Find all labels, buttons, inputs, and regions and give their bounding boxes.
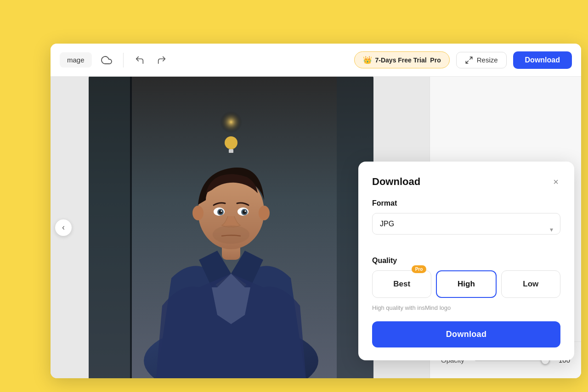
nav-prev-button[interactable]: ‹	[55, 219, 72, 236]
main-area: ‹	[51, 77, 581, 378]
svg-line-1	[466, 61, 468, 63]
panel-header: Download ×	[372, 175, 560, 188]
toolbar: mage 👑 7-Days Free Trial Pro	[51, 44, 581, 77]
quality-best-button[interactable]: Pro Best	[372, 270, 431, 298]
photo-container	[89, 77, 373, 378]
cloud-icon-button[interactable]	[98, 52, 115, 68]
quality-buttons: Pro Best High Low	[372, 270, 560, 298]
crown-icon: 👑	[363, 56, 372, 64]
quality-high-button[interactable]: High	[436, 270, 496, 298]
toolbar-divider	[123, 53, 124, 67]
svg-rect-5	[229, 149, 233, 153]
svg-line-0	[469, 57, 472, 59]
format-select[interactable]: JPG PNG WEBP	[372, 213, 560, 235]
image-tab-button[interactable]: mage	[60, 52, 92, 67]
resize-label: Resize	[477, 56, 498, 64]
trial-text: 7-Days Free Trial Pro	[375, 56, 441, 64]
quality-low-label: Low	[523, 280, 538, 288]
undo-button[interactable]	[132, 52, 147, 68]
download-button-panel[interactable]: Download	[372, 321, 560, 347]
svg-point-22	[259, 206, 270, 220]
cloud-icon	[101, 55, 112, 66]
quality-label: Quality	[372, 257, 560, 265]
download-panel: Download × Format JPG PNG WEBP ▾ Quality…	[358, 162, 574, 360]
redo-button[interactable]	[154, 52, 170, 68]
quality-low-button[interactable]: Low	[501, 270, 560, 298]
svg-point-19	[244, 210, 246, 212]
svg-point-21	[192, 206, 204, 220]
resize-icon	[465, 56, 473, 64]
quality-note: High quality with insMind logo	[372, 304, 560, 311]
svg-point-18	[220, 210, 222, 212]
panel-title: Download	[372, 176, 420, 188]
undo-icon	[135, 55, 145, 65]
redo-icon	[157, 55, 167, 65]
resize-button[interactable]: Resize	[456, 52, 507, 68]
portrait-photo	[89, 77, 373, 378]
quality-high-label: High	[458, 280, 475, 288]
download-button-main[interactable]: Download	[513, 51, 572, 69]
trial-button[interactable]: 👑 7-Days Free Trial Pro	[354, 51, 450, 68]
svg-rect-7	[130, 77, 132, 378]
svg-point-20	[213, 225, 249, 244]
format-select-wrapper: JPG PNG WEBP ▾	[372, 213, 560, 246]
svg-rect-6	[89, 77, 130, 378]
quality-best-label: Best	[393, 280, 410, 288]
pro-badge: Pro	[412, 265, 427, 273]
panel-close-button[interactable]: ×	[551, 175, 560, 188]
svg-point-4	[225, 136, 237, 149]
format-label: Format	[372, 199, 560, 207]
app-window: mage 👑 7-Days Free Trial Pro	[51, 44, 581, 378]
